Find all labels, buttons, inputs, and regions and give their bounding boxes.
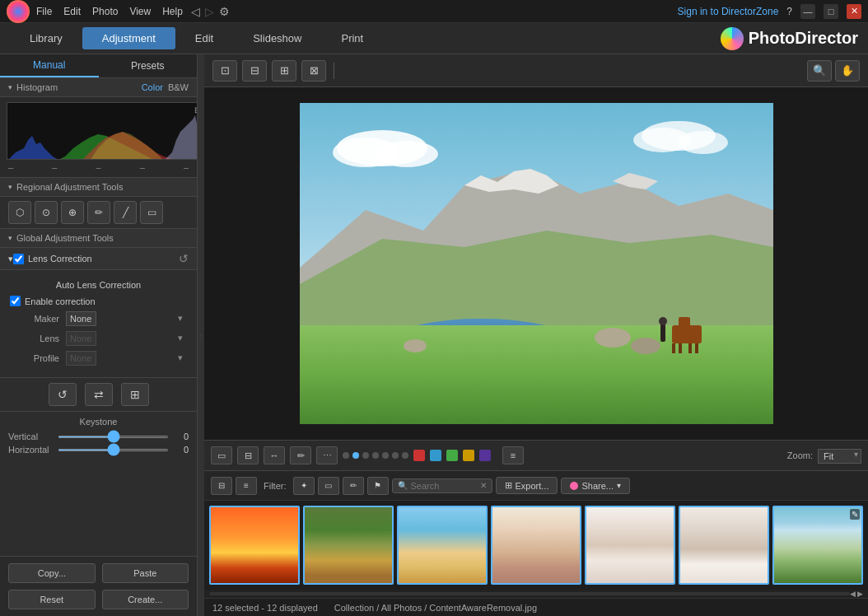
erase-tool[interactable]: ╱ — [114, 201, 137, 224]
filmstrip-view-btn[interactable]: ⊟ — [211, 477, 232, 495]
reset-btn[interactable]: Reset — [8, 590, 96, 609]
rotate-right-btn[interactable]: ⇄ — [85, 383, 113, 406]
thumb-sunset[interactable] — [209, 506, 300, 585]
tab-adjustment[interactable]: Adjustment — [82, 27, 175, 49]
navbar: Library Adjustment Edit Slideshow Print … — [0, 23, 868, 54]
help-btn[interactable]: ? — [786, 6, 792, 17]
maximize-btn[interactable]: □ — [824, 4, 838, 19]
menu-view[interactable]: View — [129, 6, 151, 17]
dot-7[interactable] — [402, 452, 408, 459]
bw-mode-btn[interactable]: B&W — [168, 82, 189, 92]
export-btn[interactable]: ⊞ Export... — [496, 477, 558, 494]
heal-btn[interactable]: ✏ — [290, 446, 311, 464]
paste-btn[interactable]: Paste — [102, 563, 189, 583]
signin-link[interactable]: Sign in to DirectorZone — [678, 6, 779, 17]
menu-edit[interactable]: Edit — [63, 6, 81, 17]
redo-btn[interactable]: ▷ — [205, 5, 214, 18]
menu-file[interactable]: File — [36, 6, 52, 17]
color-purple[interactable] — [479, 450, 491, 461]
pan-tool-btn[interactable]: ✋ — [835, 60, 860, 82]
tab-library[interactable]: Library — [10, 27, 82, 49]
tab-print[interactable]: Print — [321, 27, 383, 49]
lens-checkbox[interactable] — [13, 254, 24, 264]
dot-6[interactable] — [392, 452, 399, 459]
histogram-section-header[interactable]: ▾ Histogram Color B&W — [0, 78, 197, 97]
thumb-cat[interactable] — [303, 506, 394, 585]
zoom-tool-btn[interactable]: 🔍 — [807, 60, 832, 82]
filter-pen-btn[interactable]: ✏ — [343, 477, 364, 495]
create-btn[interactable]: Create... — [102, 590, 189, 609]
scroll-left-btn[interactable]: ◀ — [850, 590, 856, 598]
maker-select[interactable]: None — [66, 311, 96, 326]
menu-photo[interactable]: Photo — [92, 6, 118, 17]
thumb-mountain-inner — [774, 507, 861, 583]
flip-btn[interactable]: ⊞ — [121, 383, 149, 406]
enable-correction-checkbox[interactable] — [10, 296, 21, 306]
lens-correction-header[interactable]: ▾ Lens Correction ↺ — [0, 248, 197, 270]
close-btn[interactable]: ✕ — [847, 4, 861, 19]
keystone-section: Keystone Vertical 0 Horizontal 0 — [0, 412, 197, 463]
lens-select[interactable]: None — [66, 331, 96, 346]
more-btn[interactable]: ⋯ — [316, 446, 338, 464]
filter-type-btn[interactable]: ✦ — [293, 477, 315, 495]
view-single-btn[interactable]: ⊡ — [212, 60, 237, 82]
undo-btn[interactable]: ◁ — [191, 5, 200, 18]
color-yellow[interactable] — [463, 450, 474, 461]
vertical-slider[interactable] — [58, 436, 169, 438]
dot-2[interactable] — [352, 452, 359, 459]
scroll-track[interactable] — [209, 592, 850, 595]
rect-tool[interactable]: ▭ — [140, 201, 163, 224]
pen-tool[interactable]: ✏ — [87, 201, 110, 224]
minimize-btn[interactable]: — — [800, 4, 815, 19]
tab-presets[interactable]: Presets — [99, 54, 198, 77]
profile-select[interactable]: None — [66, 351, 96, 366]
sort-btn[interactable]: ≡ — [502, 446, 524, 464]
radial-tool[interactable]: ⊙ — [35, 201, 58, 224]
tab-manual[interactable]: Manual — [0, 54, 99, 77]
dot-3[interactable] — [362, 452, 369, 459]
resize-handle[interactable]: ⋮ — [198, 54, 204, 616]
crop-btn[interactable]: ▭ — [211, 446, 232, 464]
thumb-woman1[interactable] — [491, 506, 581, 585]
view-fullscreen-btn[interactable]: ⊠ — [301, 60, 326, 82]
brush-tool[interactable]: ⊕ — [61, 201, 84, 224]
regional-tools-header[interactable]: ▾ Regional Adjustment Tools — [0, 178, 197, 197]
dot-5[interactable] — [382, 452, 389, 459]
filmstrip-list-btn[interactable]: ≡ — [236, 477, 257, 495]
menu-help[interactable]: Help — [162, 6, 183, 17]
profile-row: Profile None — [10, 351, 187, 366]
search-clear-btn[interactable]: ✕ — [480, 481, 487, 490]
tab-slideshow[interactable]: Slideshow — [233, 27, 321, 49]
thumb-woman3[interactable] — [679, 506, 769, 585]
copy-btn[interactable]: Copy... — [8, 563, 96, 583]
filter-shape-btn[interactable]: ▭ — [318, 477, 339, 495]
horizontal-slider[interactable] — [58, 449, 169, 451]
regional-tools-label: Regional Adjustment Tools — [16, 182, 123, 192]
zoom-select[interactable]: Fit Fill 25% 50% 100% 200% — [818, 449, 861, 464]
dot-1[interactable] — [343, 452, 349, 459]
color-red[interactable] — [413, 450, 425, 461]
gradient-tool[interactable]: ⬡ — [8, 201, 31, 224]
filter-flag-btn[interactable]: ⚑ — [367, 477, 389, 495]
share-btn[interactable]: Share... ▾ — [561, 478, 630, 494]
search-input[interactable] — [411, 481, 477, 491]
thumb-woman2[interactable] — [585, 506, 675, 585]
hist-marker-4: – — [140, 162, 145, 172]
dot-4[interactable] — [372, 452, 379, 459]
color-green[interactable] — [446, 450, 458, 461]
settings-btn[interactable]: ⚙ — [219, 5, 230, 18]
color-mode-btn[interactable]: Color — [142, 82, 163, 92]
tab-edit[interactable]: Edit — [175, 27, 233, 49]
view-compare-btn[interactable]: ⊟ — [242, 60, 267, 82]
transform-btn[interactable]: ↔ — [264, 446, 285, 464]
scroll-right-btn[interactable]: ▶ — [857, 590, 863, 598]
rotate-left-btn[interactable]: ↺ — [49, 383, 77, 406]
thumb-beach[interactable] — [397, 506, 488, 585]
thumb-mountain[interactable] — [772, 506, 863, 585]
left-panel: Manual Presets ▾ Histogram Color B&W — [0, 54, 198, 616]
lens-reset-btn[interactable]: ↺ — [179, 252, 189, 265]
straighten-btn[interactable]: ⊟ — [237, 446, 259, 464]
global-tools-header[interactable]: ▾ Global Adjustment Tools — [0, 229, 197, 248]
view-grid-btn[interactable]: ⊞ — [272, 60, 296, 82]
color-blue[interactable] — [430, 450, 441, 461]
